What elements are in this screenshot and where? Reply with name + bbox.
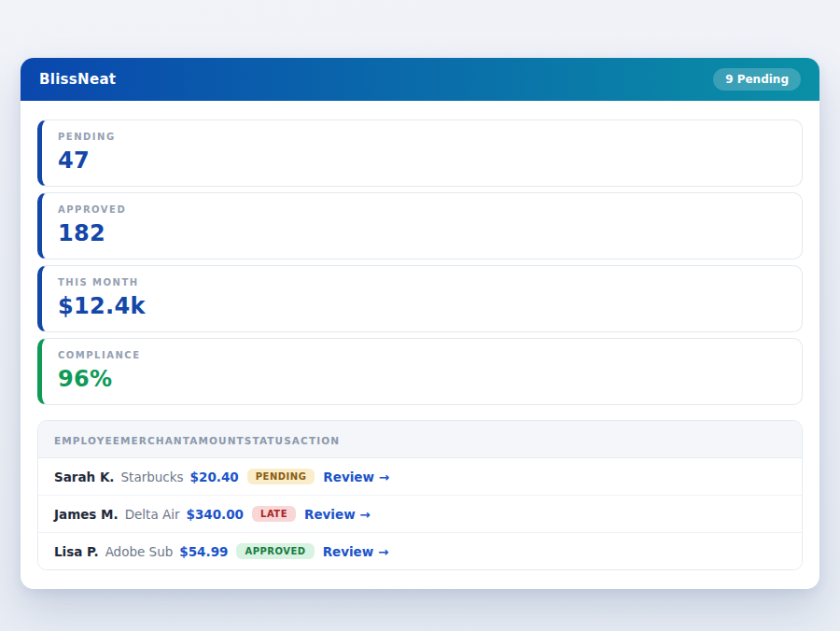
- review-link[interactable]: Review →: [304, 507, 371, 522]
- amount-value: $54.99: [179, 544, 228, 559]
- pending-count-badge[interactable]: 9 Pending: [713, 68, 801, 91]
- review-link[interactable]: Review →: [323, 470, 389, 484]
- column-header-merchant: MERCHANT: [120, 435, 189, 446]
- merchant-name: Adobe Sub: [105, 544, 174, 559]
- employee-name: James M.: [54, 507, 119, 522]
- amount-value: $20.40: [190, 470, 239, 484]
- table-row: James M. Delta Air $340.00 LATE Review →: [38, 496, 802, 533]
- table-row: Lisa P. Adobe Sub $54.99 APPROVED Review…: [38, 533, 802, 569]
- table-row: Sarah K. Starbucks $20.40 PENDING Review…: [38, 458, 802, 496]
- stat-label: APPROVED: [58, 204, 786, 215]
- column-header-employee: EMPLOYEE: [54, 435, 120, 446]
- stat-value: 182: [58, 220, 786, 246]
- table-header-row: EMPLOYEEMERCHANTAMOUNTSTATUSACTION: [38, 421, 802, 458]
- stat-value: 96%: [58, 366, 786, 392]
- stat-label: THIS MONTH: [58, 277, 786, 287]
- employee-name: Sarah K.: [54, 470, 115, 484]
- stat-card-compliance: COMPLIANCE 96%: [37, 338, 803, 405]
- expense-table: EMPLOYEEMERCHANTAMOUNTSTATUSACTION Sarah…: [37, 420, 803, 570]
- column-header-action: ACTION: [292, 435, 340, 446]
- merchant-name: Delta Air: [125, 507, 180, 522]
- column-header-status: STATUS: [245, 435, 292, 446]
- status-badge: LATE: [252, 506, 296, 522]
- app-title: BlissNeat: [39, 71, 116, 88]
- main-content: PENDING 47 APPROVED 182 THIS MONTH $12.4…: [21, 101, 819, 589]
- employee-name: Lisa P.: [54, 544, 99, 559]
- stat-card-pending: PENDING 47: [37, 119, 803, 187]
- stat-card-approved: APPROVED 182: [37, 192, 803, 259]
- review-link[interactable]: Review →: [323, 544, 389, 559]
- status-badge: APPROVED: [236, 543, 314, 559]
- amount-value: $340.00: [187, 507, 245, 522]
- column-header-amount: AMOUNT: [189, 435, 245, 446]
- stat-label: PENDING: [58, 132, 786, 142]
- stat-label: COMPLIANCE: [58, 350, 786, 360]
- stat-value: $12.4k: [58, 293, 786, 319]
- stat-card-this-month: THIS MONTH $12.4k: [37, 265, 803, 332]
- merchant-name: Starbucks: [121, 470, 184, 484]
- app-window: BlissNeat 9 Pending PENDING 47 APPROVED …: [21, 58, 819, 589]
- status-badge: PENDING: [247, 469, 315, 484]
- stat-value: 47: [58, 147, 786, 174]
- app-header: BlissNeat 9 Pending: [21, 58, 819, 101]
- page-background: BlissNeat 9 Pending PENDING 47 APPROVED …: [0, 0, 840, 631]
